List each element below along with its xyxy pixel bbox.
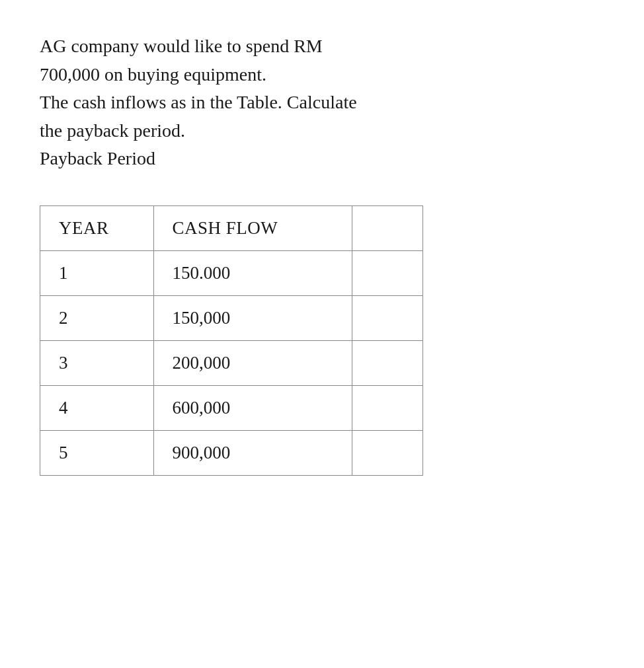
intro-line-3: The cash inflows as in the Table. Calcul… (40, 89, 604, 116)
cell-extra-3 (352, 340, 423, 385)
cell-year-1: 1 (40, 250, 154, 295)
table-row: 2150,000 (40, 295, 423, 340)
cell-extra-2 (352, 295, 423, 340)
cell-year-4: 4 (40, 385, 154, 430)
payback-table: YEAR CASH FLOW 1150.0002150,0003200,0004… (40, 205, 423, 476)
intro-line-5: Payback Period (40, 145, 604, 172)
cell-cashflow-3: 200,000 (153, 340, 352, 385)
cell-extra-5 (352, 430, 423, 475)
cell-cashflow-2: 150,000 (153, 295, 352, 340)
cell-year-3: 3 (40, 340, 154, 385)
header-year: YEAR (40, 205, 154, 250)
cell-cashflow-4: 600,000 (153, 385, 352, 430)
table-row: 4600,000 (40, 385, 423, 430)
cell-cashflow-5: 900,000 (153, 430, 352, 475)
intro-line-2: 700,000 on buying equipment. (40, 61, 604, 89)
cell-extra-4 (352, 385, 423, 430)
header-cashflow: CASH FLOW (153, 205, 352, 250)
table-row: 1150.000 (40, 250, 423, 295)
cell-extra-1 (352, 250, 423, 295)
intro-line-4: the payback period. (40, 118, 604, 145)
cell-cashflow-1: 150.000 (153, 250, 352, 295)
cell-year-5: 5 (40, 430, 154, 475)
intro-paragraph: AG company would like to spend RM 700,00… (40, 33, 604, 172)
table-row: 5900,000 (40, 430, 423, 475)
table-row: 3200,000 (40, 340, 423, 385)
table-header-row: YEAR CASH FLOW (40, 205, 423, 250)
cell-year-2: 2 (40, 295, 154, 340)
intro-line-1: AG company would like to spend RM (40, 33, 604, 60)
header-extra (352, 205, 423, 250)
payback-table-wrapper: YEAR CASH FLOW 1150.0002150,0003200,0004… (40, 205, 604, 476)
